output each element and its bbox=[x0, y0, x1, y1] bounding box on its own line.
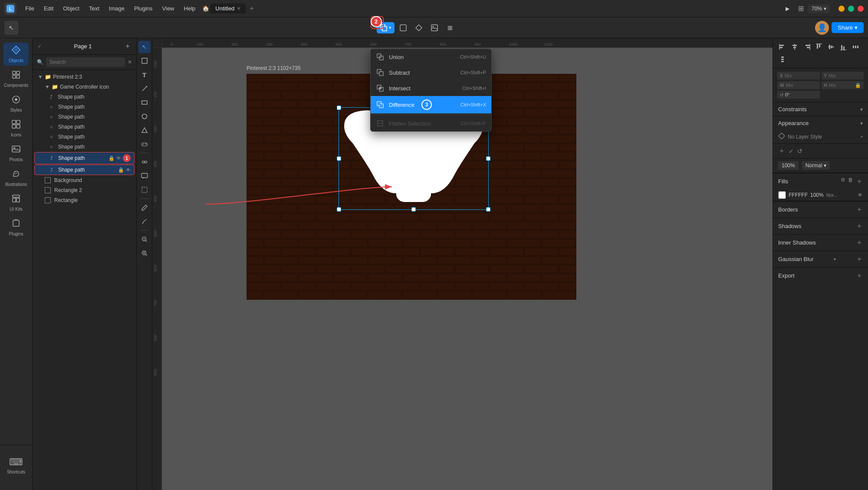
appearance-collapse-icon[interactable]: ▾ bbox=[860, 120, 863, 126]
check-style-icon[interactable]: ✓ bbox=[789, 148, 794, 155]
align-center-h-icon[interactable] bbox=[789, 42, 800, 52]
tool-text[interactable]: T bbox=[138, 69, 151, 81]
distribute-h-icon[interactable] bbox=[850, 42, 861, 52]
layer-style-chevron-icon[interactable]: ▾ bbox=[861, 134, 863, 139]
distribute-v-icon[interactable] bbox=[777, 54, 788, 64]
menu-plugins[interactable]: Plugins bbox=[131, 3, 156, 13]
shadows-section-header[interactable]: Shadows ＋ bbox=[773, 218, 868, 234]
tab-add-button[interactable]: ＋ bbox=[248, 4, 255, 13]
tool-component-link[interactable] bbox=[138, 156, 151, 168]
align-bottom-icon[interactable] bbox=[838, 42, 848, 52]
constraints-collapse-icon[interactable]: ▾ bbox=[860, 106, 863, 113]
image-add-button[interactable] bbox=[427, 21, 441, 35]
share-button[interactable]: Share ▾ bbox=[832, 22, 864, 33]
gaussian-blur-chevron-icon[interactable]: ▾ bbox=[834, 257, 836, 262]
lock-ratio-icon[interactable]: 🔒 bbox=[855, 83, 861, 88]
lock-icon-7[interactable]: 🔒 bbox=[108, 156, 115, 161]
align-right-icon[interactable] bbox=[802, 42, 812, 52]
export-section-header[interactable]: Export ＋ bbox=[773, 267, 868, 284]
gaussian-blur-add-icon[interactable]: ＋ bbox=[856, 255, 863, 264]
align-top-icon[interactable] bbox=[814, 42, 824, 52]
tool-comment[interactable] bbox=[138, 170, 151, 182]
tool-zoom-in[interactable] bbox=[138, 247, 151, 259]
blend-mode-select[interactable]: Normal ▾ bbox=[802, 161, 830, 170]
opacity-field[interactable]: 100% bbox=[778, 161, 799, 170]
sidebar-item-illustrations[interactable]: Illustrations bbox=[3, 166, 29, 189]
tool-frame2[interactable] bbox=[138, 184, 151, 196]
align-left-icon[interactable] bbox=[777, 42, 788, 52]
visibility-icon-7[interactable]: 👁 bbox=[116, 156, 121, 161]
tool-zoom-out[interactable] bbox=[138, 233, 151, 245]
dropdown-item-difference[interactable]: Difference 3 Ctrl+Shift+X bbox=[371, 96, 491, 113]
layer-item-shape6[interactable]: ○ Shape path bbox=[34, 142, 135, 152]
layer-item-shape5[interactable]: ○ Shape path bbox=[34, 132, 135, 142]
tool-oval[interactable] bbox=[138, 110, 151, 122]
inner-shadows-section-header[interactable]: Inner Shadows ＋ bbox=[773, 234, 868, 251]
fills-section-header[interactable]: Fills ⚙ 🗑 ＋ bbox=[773, 173, 868, 189]
sidebar-item-uikits[interactable]: UI Kits bbox=[3, 191, 29, 214]
grid-view-icon[interactable]: ⊞ bbox=[798, 4, 804, 13]
select-tool-button[interactable]: ↖ bbox=[4, 21, 18, 35]
search-input[interactable] bbox=[46, 57, 125, 67]
layer-item-gamecontroller[interactable]: ▼ 📁 Game Controller icon bbox=[34, 82, 135, 92]
layer-item-shape8-selected[interactable]: ⤴ Shape path 🔒 👁 bbox=[34, 165, 135, 175]
fill-color-swatch[interactable] bbox=[778, 191, 786, 199]
align-middle-icon[interactable] bbox=[826, 42, 836, 52]
fills-settings-icon[interactable]: ⚙ bbox=[841, 177, 845, 186]
x-field[interactable]: X Mix bbox=[777, 72, 820, 79]
menu-text[interactable]: Text bbox=[85, 3, 103, 13]
window-minimize-button[interactable] bbox=[838, 6, 845, 12]
fills-delete-icon[interactable]: 🗑 bbox=[848, 177, 853, 186]
shadows-add-icon[interactable]: ＋ bbox=[856, 222, 863, 231]
tool-triangle[interactable] bbox=[138, 124, 151, 136]
layer-item-rect2[interactable]: Rectangle 2 bbox=[34, 185, 135, 195]
tool-pencil2[interactable] bbox=[138, 215, 151, 228]
sidebar-item-plugins[interactable]: Plugins bbox=[3, 216, 29, 239]
layer-item-pinterest[interactable]: ▼ 📁 Pinterest 2:3 bbox=[34, 72, 135, 82]
tool-rect[interactable] bbox=[138, 96, 151, 109]
menu-object[interactable]: Object bbox=[59, 3, 83, 13]
layer-item-shape1[interactable]: ⤴ Shape path bbox=[34, 92, 135, 102]
app-icon[interactable]: L bbox=[4, 3, 16, 15]
layer-item-rect[interactable]: Rectangle bbox=[34, 195, 135, 205]
sidebar-item-components[interactable]: Components bbox=[3, 67, 29, 90]
export-add-icon[interactable]: ＋ bbox=[856, 271, 863, 280]
menu-view[interactable]: View bbox=[159, 3, 178, 13]
sidebar-item-photos[interactable]: Photos bbox=[3, 142, 29, 165]
user-avatar[interactable]: 👤 bbox=[815, 21, 829, 35]
grid-button[interactable]: ⊞ bbox=[443, 21, 457, 35]
canvas-area[interactable]: 0 100 200 300 400 500 600 700 800 900 10… bbox=[152, 38, 773, 490]
borders-section-header[interactable]: Borders ＋ bbox=[773, 201, 868, 218]
zoom-control[interactable]: 70% ▾ bbox=[808, 4, 830, 13]
y-field[interactable]: Y Mix bbox=[822, 72, 864, 79]
search-clear-icon[interactable]: ✕ bbox=[128, 59, 132, 65]
refresh-style-icon[interactable]: ↺ bbox=[797, 148, 802, 155]
window-close-button[interactable] bbox=[858, 6, 864, 12]
tab-untitled[interactable]: Untitled ✕ bbox=[210, 3, 246, 13]
layer-item-shape2[interactable]: ○ Shape path bbox=[34, 102, 135, 112]
inner-shadows-add-icon[interactable]: ＋ bbox=[856, 238, 863, 247]
layer-item-shape7-selected[interactable]: ⤴ Shape path 🔒 👁 1 bbox=[34, 152, 135, 164]
menu-edit[interactable]: Edit bbox=[40, 3, 57, 13]
play-button[interactable]: ▶ bbox=[782, 3, 794, 15]
menu-file[interactable]: File bbox=[22, 3, 38, 13]
window-maximize-button[interactable] bbox=[848, 6, 854, 12]
tool-pencil[interactable] bbox=[138, 202, 151, 214]
visibility-icon-8[interactable]: 👁 bbox=[126, 167, 131, 172]
layer-item-background[interactable]: Background bbox=[34, 175, 135, 185]
dropdown-item-intersect[interactable]: Intersect Ctrl+Shift+I bbox=[371, 80, 491, 96]
tool-frame[interactable] bbox=[138, 55, 151, 67]
tool-pen[interactable] bbox=[138, 83, 151, 95]
appearance-section-header[interactable]: Appearance ▾ bbox=[773, 116, 868, 130]
sidebar-item-styles[interactable]: Styles bbox=[3, 92, 29, 115]
menu-help[interactable]: Help bbox=[181, 3, 199, 13]
page-add-button[interactable]: ＋ bbox=[124, 42, 131, 51]
w-field[interactable]: W Mix bbox=[777, 81, 820, 89]
menu-image[interactable]: Image bbox=[105, 3, 128, 13]
layer-item-shape4[interactable]: ○ Shape path bbox=[34, 122, 135, 132]
component-button[interactable] bbox=[412, 21, 426, 35]
add-style-icon[interactable]: ＋ bbox=[778, 146, 785, 156]
gaussian-blur-section-header[interactable]: Gaussian Blur ▾ ＋ bbox=[773, 251, 868, 267]
fills-add-icon[interactable]: ＋ bbox=[856, 177, 863, 186]
dropdown-item-subtract[interactable]: Subtract Ctrl+Shift+P bbox=[371, 65, 491, 80]
